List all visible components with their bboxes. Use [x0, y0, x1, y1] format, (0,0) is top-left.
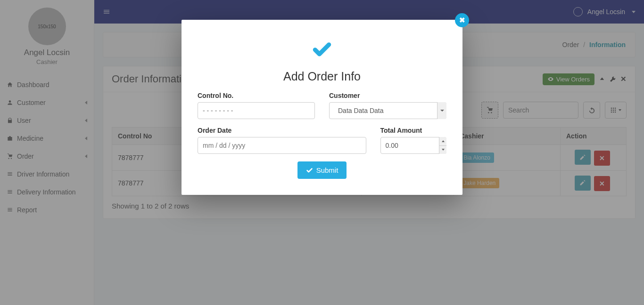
control-no-input[interactable]: [198, 102, 315, 119]
control-no-label: Control No.: [198, 92, 315, 99]
order-date-label: Order Date: [198, 127, 366, 134]
customer-select[interactable]: [329, 102, 446, 119]
total-amount-group: Total Amount: [380, 127, 446, 154]
chevron-down-icon[interactable]: [437, 102, 446, 119]
modal-close-button[interactable]: ✖: [455, 13, 469, 27]
total-amount-label: Total Amount: [380, 127, 446, 134]
total-amount-input[interactable]: [380, 137, 446, 154]
add-order-modal: ✖ Add Order Info Control No. Customer Or…: [182, 20, 462, 195]
submit-label: Submit: [316, 166, 339, 174]
order-date-input[interactable]: [198, 137, 366, 154]
control-no-group: Control No.: [198, 92, 315, 119]
submit-button[interactable]: Submit: [297, 161, 347, 179]
modal-title: Add Order Info: [198, 70, 446, 83]
customer-group: Customer: [329, 92, 446, 119]
quantity-stepper[interactable]: [439, 137, 446, 154]
check-icon: [198, 39, 446, 59]
customer-label: Customer: [329, 92, 446, 99]
order-date-group: Order Date: [198, 127, 366, 154]
check-icon: [306, 167, 313, 174]
